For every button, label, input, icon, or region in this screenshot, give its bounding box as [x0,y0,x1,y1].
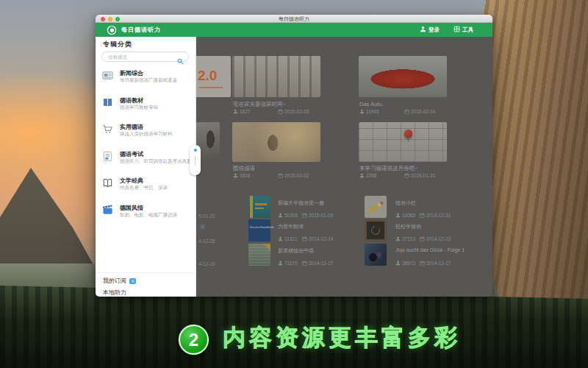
sidebar-item-practical[interactable]: 实用德语 由浅入深的德语学习材料 [96,123,196,146]
channel-card-thumbnail[interactable] [359,122,447,162]
list-item-thumbnail[interactable] [365,219,387,241]
sidebar-item-culture[interactable]: 德国风情 歌剧、电影、电视广播访谈 [96,204,196,227]
channel-card-stats: 11945 2015-02-04 [359,109,435,114]
login-button[interactable]: 登录 [420,23,440,37]
listen-count: 2268 [366,173,404,178]
sidebar-item-label: 新闻综合 [120,69,143,77]
sidebar-item-subtitle: 每日最新德语广播新闻速递 [120,77,177,84]
content-area: 2.0 宅在家夫妻说笑时间~ 1827 2015-02-05 Das Auto.… [196,37,492,297]
banner-step-number: 2 [179,325,209,355]
sidebar-item-exams[interactable]: 德语考试 德语听力、听写训练以及考试真题 [96,150,196,174]
sidebar-item-subtitle: 经典名著、书信、演讲 [120,185,168,191]
chalk-doodle [370,224,381,236]
sidebar-item-label: 德国风情 [120,204,143,212]
tools-label: 工具 [462,26,473,34]
list-item-thumbnail[interactable] [365,244,387,266]
channel-card-title[interactable]: Das Auto. [359,101,384,107]
sidebar-item-subscriptions[interactable]: 我的订阅 0 [103,277,136,285]
calendar-icon [404,173,409,178]
channel-card-stats: 1818 2015-02-02 [233,173,309,178]
listen-count: 1827 [240,109,278,114]
list-item-stats: 16065 2014-12-31 [395,213,451,218]
calendar-icon [302,213,307,218]
app-logo-icon [107,25,117,38]
open-book-icon [102,177,113,191]
listen-count: 28673 [402,261,420,266]
listen-count: 16065 [402,213,420,218]
listen-count: 11945 [366,109,404,114]
sidebar-item-literature[interactable]: 文学经典 经典名著、书信、演讲 [96,177,196,200]
sidebar-item-local[interactable]: 本地听力 [103,289,126,297]
channel-card-title[interactable]: 宅在家夫妻说笑时间~ [233,101,286,108]
publish-date: 2014-12-17 [309,261,333,266]
list-item-thumbnail[interactable]: Deutschlandfunk [248,219,270,241]
thumb-line [255,208,264,209]
listeners-icon [278,236,283,241]
list-item-title[interactable]: 为青年朗读 [278,223,304,230]
search-box[interactable] [101,52,189,62]
channel-card-title[interactable]: 图说德语 [233,165,255,172]
thumb-corner [263,244,270,251]
listeners-icon [359,109,365,114]
sidebar-item-textbooks[interactable]: 德语教材 德语学习教材专辑 [96,96,196,120]
user-icon [420,26,426,34]
list-item-thumbnail[interactable] [365,196,387,218]
listen-count: 71170 [284,261,302,266]
listeners-icon [233,109,238,114]
listeners-icon [359,173,365,178]
handle-blue-dot [194,149,197,152]
publish-date: 2015-02-04 [411,109,435,114]
exam-sheet-icon [102,151,113,165]
listen-count: 11321 [284,236,302,241]
book-icon [102,97,113,111]
list-item-title[interactable]: 新编大学德语第一册 [278,199,324,207]
calendar-icon [278,173,283,178]
publish-date: 2015-02-05 [284,109,309,114]
sidebar-item-label: 德语教材 [120,96,143,105]
channel-card-thumbnail[interactable] [359,56,447,97]
cutoff-date-fragment: 4-12-19 [198,261,215,266]
publish-date: 2014-12-24 [309,236,333,241]
sidebar-item-subtitle: 德语学习教材专辑 [120,105,158,111]
decorative-orange-bar [199,87,223,88]
publish-date: 2014-12-31 [426,213,451,218]
channel-card-title[interactable]: 来学习德语说这月份吧~ [359,165,417,172]
list-item-stats: 71170 2014-12-17 [278,261,333,266]
sidebar-item-subtitle: 歌剧、电影、电视广播访谈 [120,212,177,219]
calendar-icon [420,261,425,266]
sidebar-title: 专辑分类 [103,40,132,49]
pushpin-icon [404,130,412,138]
calendar-icon [420,213,425,218]
window-titlebar: 每日德语听力 [96,15,492,23]
publish-date: 2014-12-17 [426,261,451,266]
partial-card-thumbnail[interactable]: 2.0 [196,56,231,97]
list-item-title[interactable]: 德语小灶 [395,199,416,207]
listen-count: 27213 [402,236,420,241]
list-item-title[interactable]: Jojo sucht das Glück - Folge 1 [395,247,465,252]
channel-card-thumbnail[interactable] [232,56,320,97]
sidebar-item-label: 文学经典 [120,177,143,185]
app-window: 每日德语听力 每日德语听力 登录 工具 专辑分类 [96,15,492,297]
step-number-text: 2 [189,330,198,350]
app-name: 每日德语听力 [121,23,161,37]
list-item-thumbnail[interactable] [248,196,270,218]
sidebar-item-subtitle: 由浅入深的德语学习材料 [120,131,173,138]
window-title: 每日德语听力 [96,15,492,23]
newspaper-icon [102,70,113,84]
publish-date: 2015-02-02 [284,173,309,178]
channel-card-thumbnail[interactable] [232,122,320,162]
list-item-title[interactable]: 新求精德语中级 [278,247,314,255]
list-item-thumbnail[interactable] [248,244,270,266]
local-listening-label: 本地听力 [103,289,126,297]
list-item-stats: 50306 2015-01-09 [278,213,333,218]
search-input[interactable] [108,53,174,61]
tools-button[interactable]: 工具 [453,23,473,37]
search-icon[interactable] [177,54,184,68]
sidebar-drag-handle[interactable] [190,145,201,175]
handle-grip-line [195,155,196,166]
thumbnail-text: Deutschlandfunk [250,225,274,229]
sidebar-item-news[interactable]: 新闻综合 每日最新德语广播新闻速递 [96,69,196,93]
calendar-icon [302,236,307,241]
list-item-title[interactable]: 轻松学德语 [395,223,421,230]
grid-tools-icon [453,26,460,34]
